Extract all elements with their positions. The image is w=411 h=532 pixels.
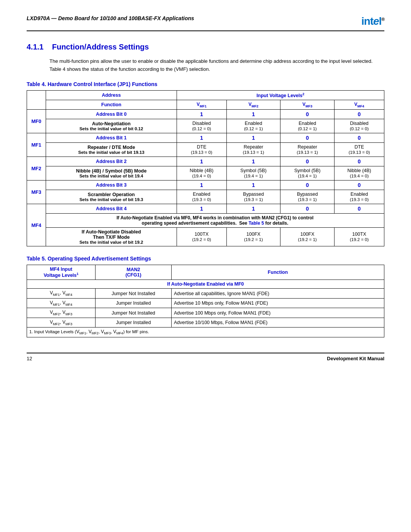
mf0-addr-bit: Address Bit 0 — [46, 110, 177, 119]
mf3-v3: 0 — [280, 181, 335, 190]
t5-r1-func: Advertise all capabilities, Ignore MAN1 … — [172, 289, 384, 299]
mf2-func: Nibble (4B) / Symbol (5B) Mode Sets the … — [46, 166, 177, 181]
mf1-v3: 0 — [280, 133, 335, 143]
section-heading: 4.1.1 Function/Address Settings — [27, 43, 384, 51]
table-row: If Auto-Negotiate Enabled via MF0, MF4 w… — [27, 214, 384, 228]
t5-r2-mf4: VMF1, VMF4 — [27, 298, 96, 308]
table-row: VMF2, VMF3 Jumper Installed Advertise 10… — [27, 318, 384, 328]
mf2-d1: Nibble (4B)(19.4 = 0) — [177, 166, 226, 181]
mf0-v3: 0 — [280, 110, 335, 119]
table-row: MF0 Address Bit 0 1 1 0 0 — [27, 110, 384, 119]
mf0-v1: 1 — [177, 110, 226, 119]
mf4-v4: 0 — [335, 204, 384, 214]
mf1-func-sub: Sets the initial value of bit 19.13 — [48, 150, 174, 155]
mf3-func-main: Scrambler Operation — [48, 192, 174, 197]
th-vmf4: VMF4 — [335, 100, 384, 110]
mf1-d1: DTE(19.13 = 0) — [177, 143, 226, 157]
t5-r2-func: Advertise 10 Mbps only, Follow MAN1 (FDE… — [172, 298, 384, 308]
mf2-d2: Symbol (5B)(19.4 = 1) — [226, 166, 280, 181]
page: LXD970A — Demo Board for 10/100 and 100B… — [0, 0, 411, 532]
mf1-d3: Repeater(19.13 = 1) — [280, 143, 335, 157]
section-number: 4.1.1 — [27, 43, 43, 51]
th-man2: MAN2(CFG1) — [96, 265, 172, 280]
mf1-d2: Repeater(19.13 = 1) — [226, 143, 280, 157]
mf3-d3: Bypassed(19.3 = 1) — [280, 190, 335, 204]
mf3-v4: 0 — [335, 181, 384, 190]
section-title: 4.1.1 Function/Address Settings — [27, 43, 149, 51]
mf4-d3: 100FX(19.2 = 1) — [280, 228, 335, 246]
section-name: Function/Address Settings — [52, 43, 149, 51]
mf4-func-main2: Then TX/F Mode — [48, 235, 174, 240]
mf0-pin: MF0 — [27, 110, 46, 133]
table5-subheader: If Auto-Negotiate Enabled via MF0 — [27, 280, 384, 289]
mf4-v1: 1 — [177, 204, 226, 214]
mf4-combined-note: If Auto-Negotiate Enabled via MF0, MF4 w… — [46, 214, 384, 228]
mf1-func: Repeater / DTE Mode Sets the initial val… — [46, 143, 177, 157]
footer-title: Development Kit Manual — [327, 356, 384, 361]
mf0-d1: Disabled(0.12 = 0) — [177, 119, 226, 133]
table-row: Repeater / DTE Mode Sets the initial val… — [27, 143, 384, 157]
mf0-v2: 1 — [226, 110, 280, 119]
table5-title: Table 5. Operating Speed Advertisement S… — [27, 256, 384, 262]
mf3-d1: Enabled(19.3 = 0) — [177, 190, 226, 204]
page-number: 12 — [27, 356, 32, 361]
table-row: Scrambler Operation Sets the initial val… — [27, 190, 384, 204]
t5-r1-man2: Jumper Not Installed — [96, 289, 172, 299]
mf0-func: Auto-Negotiation Sets the initial value … — [46, 119, 177, 133]
th-pin — [27, 90, 46, 110]
mf2-v2: 1 — [226, 157, 280, 166]
section-body: The multi-function pins allow the user t… — [49, 58, 377, 73]
mf2-v4: 0 — [335, 157, 384, 166]
mf0-func-main: Auto-Negotiation — [48, 121, 174, 126]
table-row: MF4 Address Bit 4 1 1 0 0 — [27, 204, 384, 214]
page-header: LXD970A — Demo Board for 10/100 and 100B… — [27, 15, 384, 31]
table5-footnote: 1. Input Voltage Levels (VMF1, VMF2, VMF… — [27, 328, 384, 337]
mf3-v2: 1 — [226, 181, 280, 190]
mf0-func-sub: Sets the initial value of bit 0.12 — [48, 126, 174, 131]
t5-r3-man2: Jumper Not Installed — [96, 308, 172, 318]
t5-r1-mf4: VMF1, VMF4 — [27, 289, 96, 299]
th-vmf1: VMF1 — [177, 100, 226, 110]
table-row: MF3 Address Bit 3 1 1 0 0 — [27, 181, 384, 190]
table-row: Nibble (4B) / Symbol (5B) Mode Sets the … — [27, 166, 384, 181]
table4: Address Input Voltage Levels2 Function V… — [27, 90, 384, 247]
th-vmf3: VMF3 — [280, 100, 335, 110]
mf1-v1: 1 — [177, 133, 226, 143]
mf4-func-sub: Sets the initial value of bit 19.2 — [48, 240, 174, 244]
mf1-d4: DTE(19.13 = 0) — [335, 143, 384, 157]
mf4-d4: 100TX(19.2 = 0) — [335, 228, 384, 246]
mf4-v2: 1 — [226, 204, 280, 214]
mf2-func-main: Nibble (4B) / Symbol (5B) Mode — [48, 168, 174, 174]
intel-logo: intel® — [362, 15, 384, 27]
mf2-func-sub: Sets the initial value of bit 19.4 — [48, 174, 174, 178]
mf1-v4: 0 — [335, 133, 384, 143]
mf0-v4: 0 — [335, 110, 384, 119]
mf3-pin: MF3 — [27, 181, 46, 204]
mf4-pin: MF4 — [27, 204, 46, 246]
t5-r3-func: Advertise 100 Mbps only, Follow MAN1 (FD… — [172, 308, 384, 318]
mf2-d3: Symbol (5B)(19.4 = 1) — [280, 166, 335, 181]
mf1-pin: MF1 — [27, 133, 46, 157]
mf4-func: If Auto-Negotiate Disabled Then TX/F Mod… — [46, 228, 177, 246]
mf3-d4: Enabled(19.3 = 0) — [335, 190, 384, 204]
t5-r4-man2: Jumper Installed — [96, 318, 172, 328]
mf4-d1: 100TX(19.2 = 0) — [177, 228, 226, 246]
th-mf4-input: MF4 InputVoltage Levels1 — [27, 265, 96, 280]
mf1-func-main: Repeater / DTE Mode — [48, 145, 174, 150]
mf3-v1: 1 — [177, 181, 226, 190]
mf4-v3: 0 — [280, 204, 335, 214]
mf2-addr-bit: Address Bit 2 — [46, 157, 177, 166]
mf1-addr-bit: Address Bit 1 — [46, 133, 177, 143]
mf2-v3: 0 — [280, 157, 335, 166]
mf3-addr-bit: Address Bit 3 — [46, 181, 177, 190]
mf2-v1: 1 — [177, 157, 226, 166]
th-function: Function — [172, 265, 384, 280]
mf4-d2: 100FX(19.2 = 1) — [226, 228, 280, 246]
mf3-func: Scrambler Operation Sets the initial val… — [46, 190, 177, 204]
header-title: LXD970A — Demo Board for 10/100 and 100B… — [27, 15, 194, 21]
table-row: MF2 Address Bit 2 1 1 0 0 — [27, 157, 384, 166]
t5-r3-mf4: VMF2, VMF3 — [27, 308, 96, 318]
mf0-d2: Enabled(0.12 = 1) — [226, 119, 280, 133]
mf3-d2: Bypassed(19.3 = 1) — [226, 190, 280, 204]
mf1-v2: 1 — [226, 133, 280, 143]
